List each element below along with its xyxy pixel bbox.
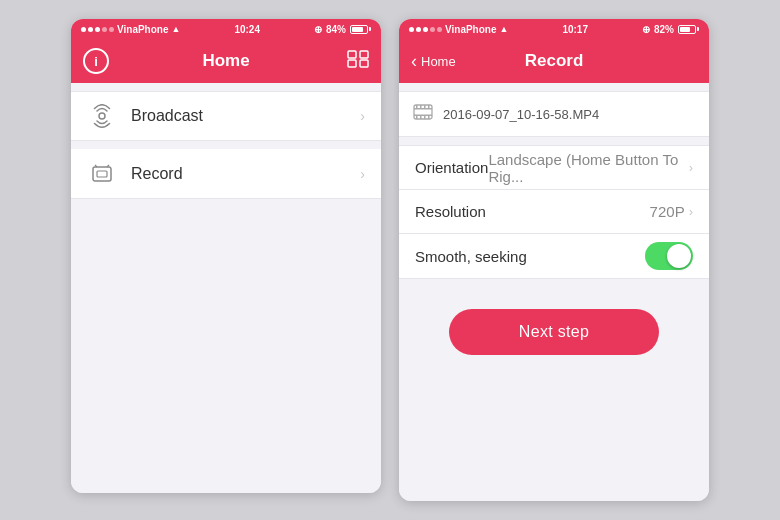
signal-dot-4 (102, 27, 107, 32)
signal-dot-8 (423, 27, 428, 32)
file-name-label: 2016-09-07_10-16-58.MP4 (443, 107, 599, 122)
signal-dots-2 (409, 27, 442, 32)
broadcast-label: Broadcast (131, 107, 360, 125)
svg-rect-11 (414, 115, 432, 117)
broadcast-svg (90, 104, 114, 128)
time-label: 10:24 (234, 24, 260, 35)
resolution-chevron: › (689, 204, 693, 219)
next-step-container: Next step (399, 309, 709, 375)
phone-home: VinaPhone ▲ 10:24 ⊕ 84% i Home (71, 19, 381, 493)
battery-body (350, 25, 368, 34)
nav-title-home: Home (202, 51, 249, 71)
status-right: ⊕ 84% (314, 24, 371, 35)
status-bar-home: VinaPhone ▲ 10:24 ⊕ 84% (71, 19, 381, 39)
resolution-label: Resolution (415, 203, 650, 220)
nav-bar-record: ‹ Home Record (399, 39, 709, 83)
phone-bottom-2 (399, 471, 709, 501)
battery-fill-2 (680, 27, 690, 32)
wifi-icon-2: ▲ (500, 24, 509, 34)
status-bar-record: VinaPhone ▲ 10:17 ⊕ 82% (399, 19, 709, 39)
phones-container: VinaPhone ▲ 10:24 ⊕ 84% i Home (71, 19, 709, 501)
gps-icon-2: ⊕ (642, 24, 650, 35)
signal-dot-9 (430, 27, 435, 32)
status-left-2: VinaPhone ▲ (409, 24, 508, 35)
file-row: 2016-09-07_10-16-58.MP4 (399, 91, 709, 137)
menu-section: Broadcast › Record › (71, 83, 381, 199)
next-step-button[interactable]: Next step (449, 309, 659, 355)
smooth-row: Smooth, seeking (399, 234, 709, 278)
battery-fill (352, 27, 363, 32)
edit-icon (347, 50, 369, 68)
svg-rect-5 (93, 167, 111, 181)
back-label: Home (421, 54, 456, 69)
orientation-label: Orientation (415, 159, 488, 176)
phone-record: VinaPhone ▲ 10:17 ⊕ 82% ‹ Home Re (399, 19, 709, 501)
svg-rect-19 (428, 116, 430, 119)
svg-rect-1 (360, 51, 368, 58)
svg-rect-6 (97, 171, 107, 177)
svg-rect-12 (416, 105, 418, 108)
svg-rect-0 (348, 51, 356, 58)
nav-info-button[interactable]: i (83, 48, 109, 74)
battery-percent-2: 82% (654, 24, 674, 35)
svg-rect-10 (414, 108, 432, 110)
record-label: Record (131, 165, 360, 183)
svg-rect-3 (360, 60, 368, 67)
signal-dot-3 (95, 27, 100, 32)
record-content: 2016-09-07_10-16-58.MP4 Orientation Land… (399, 91, 709, 471)
signal-dot-1 (81, 27, 86, 32)
smooth-toggle[interactable] (645, 242, 693, 270)
carrier-label-2: VinaPhone (445, 24, 497, 35)
signal-dot-7 (416, 27, 421, 32)
film-icon (413, 104, 433, 124)
broadcast-chevron: › (360, 108, 365, 124)
svg-rect-15 (428, 105, 430, 108)
phone-bottom-1 (71, 463, 381, 493)
record-icon (87, 159, 117, 189)
record-chevron: › (360, 166, 365, 182)
info-icon[interactable]: i (83, 48, 109, 74)
time-label-2: 10:17 (562, 24, 588, 35)
smooth-label: Smooth, seeking (415, 248, 645, 265)
record-svg (90, 162, 114, 186)
orientation-row[interactable]: Orientation Landscape (Home Button To Ri… (399, 146, 709, 190)
svg-rect-18 (424, 116, 426, 119)
nav-edit-button[interactable] (347, 50, 369, 72)
toggle-knob (667, 244, 691, 268)
record-menu-item[interactable]: Record › (71, 149, 381, 199)
nav-bar-home: i Home (71, 39, 381, 83)
carrier-label: VinaPhone (117, 24, 169, 35)
svg-rect-17 (420, 116, 422, 119)
signal-dot-5 (109, 27, 114, 32)
orientation-value: Landscape (Home Button To Rig... (488, 151, 684, 185)
battery-icon (350, 25, 371, 34)
svg-point-4 (99, 113, 105, 119)
svg-rect-16 (416, 116, 418, 119)
resolution-row[interactable]: Resolution 720P › (399, 190, 709, 234)
wifi-icon: ▲ (172, 24, 181, 34)
signal-dot-2 (88, 27, 93, 32)
resolution-value: 720P (650, 203, 685, 220)
battery-tip-2 (697, 27, 699, 31)
nav-title-record: Record (525, 51, 584, 71)
signal-dot-6 (409, 27, 414, 32)
toggle-container (645, 242, 693, 270)
svg-rect-2 (348, 60, 356, 67)
battery-percent: 84% (326, 24, 346, 35)
signal-dot-10 (437, 27, 442, 32)
home-content: Broadcast › Record › (71, 83, 381, 463)
back-button[interactable]: ‹ Home (411, 52, 456, 70)
svg-rect-14 (424, 105, 426, 108)
status-left: VinaPhone ▲ (81, 24, 180, 35)
gps-icon: ⊕ (314, 24, 322, 35)
battery-tip (369, 27, 371, 31)
broadcast-icon (87, 101, 117, 131)
menu-gap (71, 141, 381, 149)
back-chevron-icon: ‹ (411, 52, 417, 70)
battery-icon-2 (678, 25, 699, 34)
battery-body-2 (678, 25, 696, 34)
broadcast-menu-item[interactable]: Broadcast › (71, 91, 381, 141)
orientation-chevron: › (689, 160, 693, 175)
status-right-2: ⊕ 82% (642, 24, 699, 35)
svg-rect-13 (420, 105, 422, 108)
